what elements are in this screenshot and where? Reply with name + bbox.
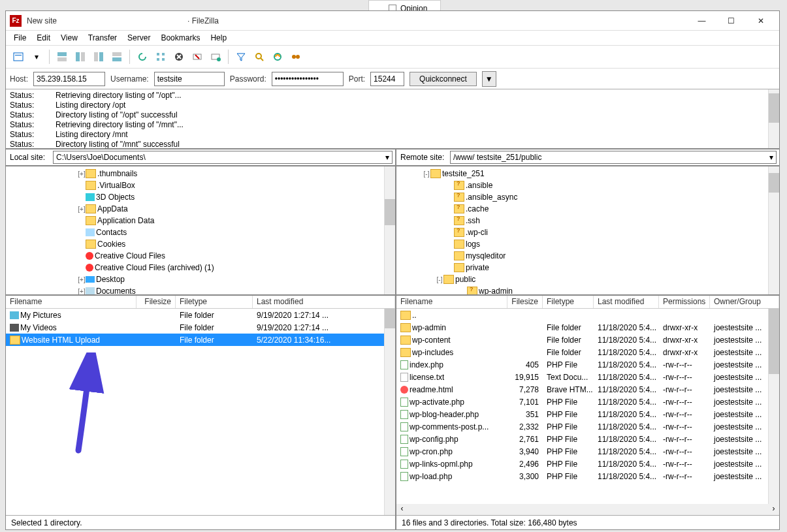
file-row[interactable]: wp-blog-header.php351PHP File11/18/2020 … (396, 408, 779, 420)
file-row[interactable]: wp-config.php2,761PHP File11/18/2020 5:4… (396, 433, 779, 445)
tree-node[interactable]: .ssh (396, 215, 779, 227)
rcol-filesize[interactable]: Filesize (507, 296, 543, 308)
tree-node[interactable]: [-]public (396, 274, 779, 285)
tree-node[interactable]: mysqleditor (396, 250, 779, 262)
file-row[interactable]: wp-activate.php7,101PHP File11/18/2020 5… (396, 396, 779, 408)
tree-node[interactable]: [+]Documents (6, 285, 395, 296)
rcol-filename[interactable]: Filename (396, 296, 507, 308)
message-log[interactable]: Status:Retrieving directory listing of "… (6, 89, 779, 149)
creative-cloud-icon (86, 252, 93, 260)
php-file-icon (400, 447, 408, 456)
close-button[interactable]: ✕ (746, 12, 775, 30)
menu-edit[interactable]: Edit (33, 32, 54, 44)
tree-node[interactable]: .VirtualBox (6, 180, 395, 191)
toggle-remote-tree-button[interactable] (90, 48, 107, 65)
remote-file-list[interactable]: ..wp-adminFile folder11/18/2020 5:4...dr… (396, 309, 779, 504)
sync-browse-button[interactable] (287, 48, 304, 65)
password-input[interactable] (272, 72, 344, 86)
username-input[interactable] (154, 72, 225, 86)
rcol-perms[interactable]: Permissions (659, 296, 710, 308)
file-row[interactable]: index.php405PHP File11/18/2020 5:4...-rw… (396, 358, 779, 371)
rcol-filetype[interactable]: Filetype (543, 296, 594, 308)
tree-node[interactable]: 3D Objects (6, 191, 395, 203)
remote-tree-scrollbar[interactable] (768, 166, 779, 294)
filter-button[interactable] (233, 48, 249, 65)
site-manager-button[interactable] (10, 48, 27, 65)
site-manager-dropdown[interactable]: ▾ (28, 48, 45, 65)
col-modified[interactable]: Last modified (253, 296, 395, 308)
minimize-button[interactable]: — (687, 12, 716, 30)
reconnect-button[interactable] (207, 48, 224, 65)
file-row[interactable]: wp-contentFile folder11/18/2020 5:4...dr… (396, 334, 779, 346)
tree-node[interactable]: [+].thumbnails (6, 168, 395, 180)
tree-node[interactable]: wp-admin (396, 285, 779, 296)
tree-node[interactable]: Creative Cloud Files (6, 250, 395, 262)
toggle-log-button[interactable] (54, 48, 71, 65)
file-row[interactable]: readme.html7,278Brave HTM...11/18/2020 5… (396, 383, 779, 396)
tree-node[interactable]: logs (396, 238, 779, 250)
tree-node[interactable]: [+]AppData (6, 203, 395, 215)
refresh-button[interactable] (134, 48, 151, 65)
remote-list-scrollbar[interactable] (768, 309, 779, 504)
tree-node[interactable]: Application Data (6, 215, 395, 227)
tree-node[interactable]: .ansible (396, 180, 779, 191)
compare-button[interactable] (269, 48, 286, 65)
menu-server[interactable]: Server (123, 32, 154, 44)
file-row[interactable]: wp-includesFile folder11/18/2020 5:4...d… (396, 346, 779, 358)
tree-node[interactable]: Contacts (6, 227, 395, 238)
host-input[interactable] (33, 72, 105, 86)
menu-bookmarks[interactable]: Bookmarks (157, 32, 204, 44)
port-input[interactable] (370, 72, 404, 86)
remote-hscrollbar[interactable]: ‹› (396, 504, 779, 515)
tree-node[interactable]: [+]Desktop (6, 274, 395, 285)
tree-node[interactable]: .ansible_async (396, 191, 779, 203)
file-row[interactable]: license.txt19,915Text Docu...11/18/2020 … (396, 371, 779, 383)
parent-dir-icon (400, 311, 411, 320)
file-row[interactable]: wp-comments-post.p...2,332PHP File11/18/… (396, 420, 779, 433)
tree-node[interactable]: [-]testsite_251 (396, 168, 779, 180)
local-site-input[interactable]: C:\Users\Joe\Documents\▾ (53, 151, 393, 164)
file-row[interactable]: wp-adminFile folder11/18/2020 5:4...drwx… (396, 321, 779, 334)
local-file-list[interactable]: My PicturesFile folder9/19/2020 1:27:14 … (6, 309, 395, 515)
documents-icon (86, 287, 95, 295)
menu-help[interactable]: Help (206, 32, 231, 44)
tree-node[interactable]: .cache (396, 203, 779, 215)
rcol-modified[interactable]: Last modified (594, 296, 659, 308)
local-tree-scrollbar[interactable] (384, 166, 395, 294)
file-row[interactable]: wp-cron.php3,940PHP File11/18/2020 5:4..… (396, 445, 779, 458)
folder-unknown-icon (454, 193, 464, 202)
menu-file[interactable]: File (10, 32, 30, 44)
col-filename[interactable]: Filename (6, 296, 137, 308)
rcol-owner[interactable]: Owner/Group (710, 296, 779, 308)
menu-transfer[interactable]: Transfer (84, 32, 121, 44)
tree-node[interactable]: Cookies (6, 238, 395, 250)
cancel-button[interactable] (170, 48, 187, 65)
disconnect-button[interactable] (189, 48, 206, 65)
file-row[interactable]: wp-load.php3,300PHP File11/18/2020 5:4..… (396, 470, 779, 482)
search-button[interactable] (251, 48, 268, 65)
remote-tree[interactable]: [-]testsite_251.ansible.ansible_async.ca… (396, 166, 779, 296)
svg-rect-7 (99, 52, 103, 61)
local-list-scrollbar[interactable] (384, 309, 395, 515)
toggle-queue-button[interactable] (108, 48, 125, 65)
file-row[interactable]: My VideosFile folder9/19/2020 1:27:14 ..… (6, 321, 395, 334)
quickconnect-button[interactable]: Quickconnect (410, 72, 477, 86)
toggle-tree-button[interactable] (72, 48, 89, 65)
col-filesize[interactable]: Filesize (137, 296, 176, 308)
process-queue-button[interactable] (152, 48, 169, 65)
file-row[interactable]: My PicturesFile folder9/19/2020 1:27:14 … (6, 309, 395, 321)
file-row[interactable]: .. (396, 309, 779, 321)
local-tree[interactable]: [+].thumbnails.VirtualBox3D Objects[+]Ap… (6, 166, 395, 296)
remote-site-input[interactable]: /www/ testsite_251/public▾ (450, 151, 777, 164)
file-row[interactable]: Website HTML UploadFile folder5/22/2020 … (6, 334, 395, 346)
log-scrollbar[interactable] (768, 89, 779, 148)
col-filetype[interactable]: Filetype (176, 296, 253, 308)
quickconnect-history-button[interactable]: ▼ (482, 71, 496, 87)
file-row[interactable]: wp-links-opml.php2,496PHP File11/18/2020… (396, 458, 779, 470)
maximize-button[interactable]: ☐ (716, 12, 746, 30)
local-status: Selected 1 directory. (6, 515, 395, 529)
tree-node[interactable]: .wp-cli (396, 227, 779, 238)
tree-node[interactable]: Creative Cloud Files (archived) (1) (6, 262, 395, 274)
tree-node[interactable]: private (396, 262, 779, 274)
menu-view[interactable]: View (57, 32, 82, 44)
